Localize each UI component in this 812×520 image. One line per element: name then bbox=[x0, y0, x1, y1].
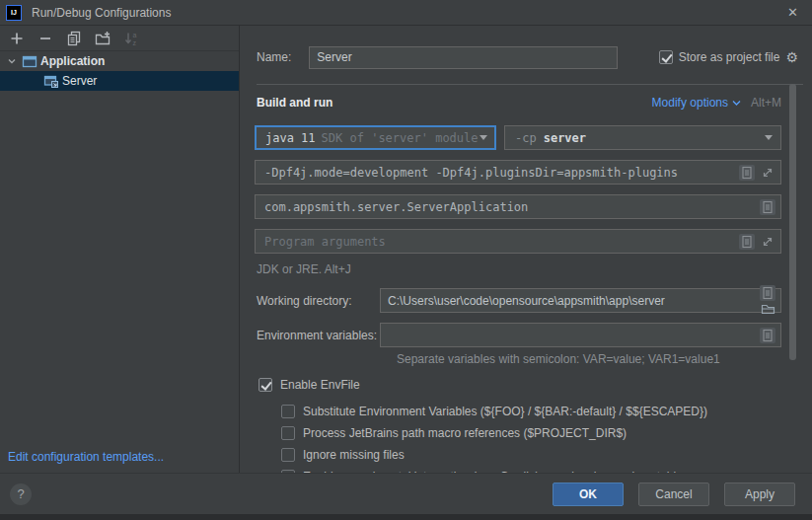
configurations-tree: Application Server bbox=[0, 51, 239, 91]
store-as-project-file-label: Store as project file bbox=[679, 50, 780, 64]
vm-options-field bbox=[255, 160, 781, 185]
insert-macros-icon[interactable] bbox=[739, 165, 755, 181]
configurations-sidebar: a z Application bbox=[0, 26, 240, 473]
enable-envfile-label: Enable EnvFile bbox=[280, 378, 360, 392]
working-directory-row: Working directory: bbox=[257, 288, 781, 313]
jdk-hint: JDK or JRE. Alt+J bbox=[257, 262, 351, 276]
jdk-combobox-value: java 11 bbox=[265, 131, 316, 145]
remove-icon[interactable] bbox=[37, 31, 53, 46]
environment-variables-label: Environment variables: bbox=[257, 329, 380, 342]
application-run-config-icon bbox=[43, 73, 59, 89]
classpath-prefix: -cp bbox=[515, 131, 537, 145]
modify-options-shortcut: Alt+M bbox=[751, 96, 781, 110]
sort-configurations-icon[interactable]: a z bbox=[123, 31, 139, 46]
dialog-titlebar: IJ Run/Debug Configurations ✕ bbox=[0, 0, 812, 26]
dialog-title: Run/Debug Configurations bbox=[32, 6, 171, 20]
enable-envfile-checkbox[interactable] bbox=[258, 378, 272, 392]
substitute-env-vars-row: Substitute Environment Variables (${FOO}… bbox=[281, 403, 707, 420]
environment-variables-row: Environment variables: bbox=[257, 323, 781, 347]
ignore-missing-files-row: Ignore missing files bbox=[281, 446, 405, 464]
experimental-integration-row: Enable experimental integration (e.g. Gr… bbox=[281, 468, 683, 473]
insert-macros-icon[interactable] bbox=[760, 285, 775, 301]
ok-button[interactable]: OK bbox=[553, 483, 624, 506]
chevron-down-icon bbox=[732, 100, 741, 107]
tree-item-label: Server bbox=[62, 74, 97, 88]
working-directory-label: Working directory: bbox=[257, 294, 380, 308]
experimental-integration-checkbox[interactable] bbox=[281, 470, 295, 473]
tree-item-server[interactable]: Server bbox=[0, 71, 239, 91]
main-class-input[interactable] bbox=[264, 200, 754, 214]
modify-options-link[interactable]: Modify options bbox=[652, 96, 741, 110]
substitute-env-vars-checkbox[interactable] bbox=[281, 405, 295, 418]
path-macro-label: Process JetBrains path macro references … bbox=[303, 426, 627, 440]
svg-text:a: a bbox=[133, 32, 137, 38]
environment-variables-input[interactable] bbox=[388, 329, 760, 342]
section-separator bbox=[257, 84, 803, 85]
section-title: Build and run bbox=[257, 96, 332, 110]
vm-options-input[interactable] bbox=[264, 166, 733, 180]
chevron-down-icon[interactable] bbox=[6, 55, 18, 67]
tree-group-label: Application bbox=[40, 54, 105, 68]
copy-configuration-icon[interactable] bbox=[66, 31, 82, 46]
dialog-footer: ? OK Cancel Apply bbox=[0, 473, 812, 514]
program-arguments-field bbox=[255, 229, 781, 254]
background-strip bbox=[0, 514, 812, 520]
help-button[interactable]: ? bbox=[10, 483, 32, 505]
path-macro-row: Process JetBrains path macro references … bbox=[281, 424, 627, 442]
store-as-project-file-checkbox[interactable] bbox=[659, 50, 673, 64]
application-icon bbox=[22, 53, 37, 69]
expand-field-icon[interactable] bbox=[760, 234, 775, 250]
browse-folder-icon[interactable] bbox=[760, 301, 775, 317]
expand-field-icon[interactable] bbox=[760, 165, 775, 181]
apply-button[interactable]: Apply bbox=[724, 483, 795, 506]
classpath-value: server bbox=[544, 131, 586, 145]
jdk-combobox[interactable]: java 11 SDK of 'server' module bbox=[255, 125, 496, 150]
add-icon[interactable] bbox=[9, 31, 25, 46]
new-folder-icon[interactable] bbox=[95, 31, 111, 46]
combo-arrow-icon[interactable] bbox=[765, 135, 773, 140]
main-class-field bbox=[255, 194, 781, 219]
ignore-missing-files-checkbox[interactable] bbox=[281, 448, 295, 462]
store-as-project-file-group: Store as project file ⚙ bbox=[659, 49, 798, 65]
experimental-integration-label: Enable experimental integration (e.g. Gr… bbox=[303, 470, 683, 473]
name-label: Name: bbox=[257, 50, 291, 64]
modify-options-label: Modify options bbox=[652, 96, 728, 110]
program-arguments-input[interactable] bbox=[264, 235, 733, 249]
name-input[interactable] bbox=[309, 46, 618, 69]
close-icon[interactable]: ✕ bbox=[783, 4, 802, 21]
path-macro-checkbox[interactable] bbox=[281, 426, 295, 440]
configurations-toolbar: a z bbox=[0, 26, 239, 51]
enable-envfile-row: Enable EnvFile bbox=[258, 376, 360, 394]
run-debug-configurations-dialog: IJ Run/Debug Configurations ✕ bbox=[0, 0, 812, 520]
edit-variables-icon[interactable] bbox=[760, 328, 775, 343]
name-row: Name: Store as project file ⚙ bbox=[257, 45, 798, 69]
combo-arrow-icon[interactable] bbox=[480, 135, 487, 140]
cancel-button[interactable]: Cancel bbox=[638, 483, 709, 506]
svg-text:z: z bbox=[133, 38, 137, 45]
jdk-combobox-hint: SDK of 'server' module bbox=[322, 131, 479, 145]
gear-icon[interactable]: ⚙ bbox=[785, 49, 798, 65]
ignore-missing-files-label: Ignore missing files bbox=[303, 448, 405, 462]
intellij-logo-icon: IJ bbox=[6, 5, 22, 21]
configuration-form: Name: Store as project file ⚙ Build and … bbox=[240, 26, 812, 473]
vertical-scrollbar-thumb[interactable] bbox=[789, 84, 796, 360]
edit-configuration-templates-link[interactable]: Edit configuration templates... bbox=[8, 450, 164, 464]
classpath-combobox[interactable]: -cp server bbox=[504, 125, 781, 150]
substitute-env-vars-label: Substitute Environment Variables (${FOO}… bbox=[303, 405, 707, 418]
working-directory-input[interactable] bbox=[388, 294, 760, 308]
insert-macros-icon[interactable] bbox=[739, 234, 755, 250]
tree-group-application[interactable]: Application bbox=[0, 51, 239, 71]
browse-class-icon[interactable] bbox=[760, 199, 775, 215]
build-and-run-header: Build and run Modify options Alt+M bbox=[257, 96, 781, 110]
jdk-and-classpath-row: java 11 SDK of 'server' module -cp serve… bbox=[255, 125, 781, 150]
environment-variables-hint: Separate variables with semicolon: VAR=v… bbox=[397, 352, 720, 366]
